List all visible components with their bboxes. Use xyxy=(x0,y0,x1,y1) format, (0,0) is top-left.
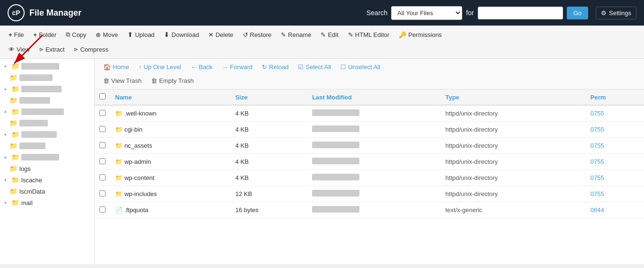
sidebar-item-label xyxy=(19,120,48,126)
list-item[interactable]: + 📁 xyxy=(0,61,94,72)
toolbar: + File + Folder ⧉ Copy ⊕ Move ⬆ Upload ⬇… xyxy=(0,26,644,59)
table-row[interactable]: 📁 .well-known4 KB httpd/unix-directory07… xyxy=(95,105,644,122)
file-name-cell[interactable]: 📁 nc_assets xyxy=(110,138,231,154)
expand-icon[interactable]: + xyxy=(4,109,9,115)
empty-checkbox-icon: ☐ xyxy=(340,63,346,71)
expand-icon[interactable]: + xyxy=(4,200,9,205)
search-dropdown[interactable]: All Your Files File Name File Content xyxy=(391,6,462,20)
size-column-header[interactable]: Size xyxy=(231,89,307,105)
file-size-cell: 4 KB xyxy=(231,170,307,186)
file-name-cell[interactable]: 📁 wp-includes xyxy=(110,186,231,202)
upload-button[interactable]: ⬆ Upload xyxy=(124,28,158,41)
empty-trash-button[interactable]: 🗑 Empty Trash xyxy=(147,75,197,86)
select-all-button[interactable]: ☑ Select All xyxy=(294,62,334,72)
folder-icon: 📁 xyxy=(9,142,18,150)
sidebar-item-logs[interactable]: 📁 logs xyxy=(0,163,94,174)
folder-icon: 📁 xyxy=(11,131,19,138)
file-perm-cell: 0755 xyxy=(586,138,644,154)
list-item[interactable]: 📁 xyxy=(0,140,94,152)
table-row[interactable]: 📁 wp-content4 KB httpd/unix-directory075… xyxy=(95,170,644,186)
file-name-cell[interactable]: 📁 .well-known xyxy=(110,105,231,122)
list-item[interactable]: + 📁 xyxy=(0,129,94,140)
sidebar-item-lscache[interactable]: + 📁 lscache xyxy=(0,174,94,186)
reload-button[interactable]: ↻ Reload xyxy=(258,62,292,72)
home-button[interactable]: 🏠 Home xyxy=(99,62,133,72)
row-checkbox[interactable] xyxy=(99,206,106,213)
expand-icon[interactable]: + xyxy=(4,63,9,69)
folder-icon: 📁 xyxy=(11,108,19,116)
last-modified-cell xyxy=(307,138,440,154)
compress-button[interactable]: ⊳ Compress xyxy=(70,44,112,55)
sidebar-item-lscmdata[interactable]: 📁 lscmData xyxy=(0,186,94,197)
file-perm-cell: 0755 xyxy=(586,154,644,170)
folder-icon: 📁 xyxy=(11,199,19,206)
list-item[interactable]: + 📁 xyxy=(0,152,94,163)
folder-icon: 📁 xyxy=(115,174,125,181)
name-column-header[interactable]: Name xyxy=(110,89,231,105)
row-checkbox[interactable] xyxy=(99,158,106,164)
view-button[interactable]: 👁 View xyxy=(5,44,34,55)
settings-button[interactable]: ⚙ Settings xyxy=(596,7,636,19)
permissions-button[interactable]: 🔑 Permissions xyxy=(395,29,446,41)
move-button[interactable]: ⊕ Move xyxy=(92,29,122,41)
extract-button[interactable]: ⊳ Extract xyxy=(36,44,68,55)
up-one-level-button[interactable]: ↑ Up One Level xyxy=(135,62,185,72)
delete-button[interactable]: ✕ Delete xyxy=(205,29,237,41)
rename-button[interactable]: ✎ Rename xyxy=(277,29,315,41)
expand-icon[interactable]: + xyxy=(4,132,9,137)
forward-button[interactable]: → Forward xyxy=(218,62,257,72)
perm-column-header[interactable]: Perm xyxy=(586,89,644,105)
list-item[interactable]: 📁 xyxy=(0,95,94,106)
row-checkbox[interactable] xyxy=(99,174,106,180)
expand-icon[interactable]: + xyxy=(4,177,9,183)
new-file-button[interactable]: + File xyxy=(5,29,28,41)
html-editor-button[interactable]: ✎ HTML Editor xyxy=(344,29,393,41)
table-row[interactable]: 📁 nc_assets4 KB httpd/unix-directory0755 xyxy=(95,138,644,154)
file-type-cell: httpd/unix-directory xyxy=(441,186,586,202)
file-name-cell[interactable]: 📁 cgi-bin xyxy=(110,122,231,138)
table-row[interactable]: 📁 wp-includes12 KB httpd/unix-directory0… xyxy=(95,186,644,202)
sidebar-item-label: lscmData xyxy=(19,188,45,195)
search-input[interactable] xyxy=(478,7,563,19)
table-row[interactable]: 📁 cgi-bin4 KB httpd/unix-directory0755 xyxy=(95,122,644,138)
trash-icon: 🗑 xyxy=(103,77,109,84)
copy-button[interactable]: ⧉ Copy xyxy=(62,28,90,41)
folder-icon: 📁 xyxy=(11,63,19,70)
file-name: .well-known xyxy=(125,110,157,117)
list-item[interactable]: + 📁 xyxy=(0,106,94,117)
download-button[interactable]: ⬇ Download xyxy=(160,28,203,41)
back-button[interactable]: ← Back xyxy=(187,62,216,72)
sidebar-item-mail[interactable]: + 📁 mail xyxy=(0,197,94,208)
header: cP File Manager Search All Your Files Fi… xyxy=(0,0,644,26)
file-name-cell[interactable]: 📁 wp-content xyxy=(110,170,231,186)
sidebar-item-label xyxy=(19,74,53,81)
folder-icon: 📁 xyxy=(9,165,18,172)
row-checkbox[interactable] xyxy=(99,110,106,116)
expand-icon[interactable]: + xyxy=(4,86,9,92)
row-checkbox[interactable] xyxy=(99,126,106,132)
new-folder-button[interactable]: + Folder xyxy=(30,29,60,41)
last-modified-column-header[interactable]: Last Modified xyxy=(307,89,440,105)
edit-button[interactable]: ✎ Edit xyxy=(317,29,342,41)
file-size-cell: 4 KB xyxy=(231,105,307,122)
file-name-cell[interactable]: 📄 .ftpquota xyxy=(110,202,231,218)
table-row[interactable]: 📁 wp-admin4 KB httpd/unix-directory0755 xyxy=(95,154,644,170)
unselect-all-button[interactable]: ☐ Unselect All xyxy=(337,62,384,72)
row-checkbox[interactable] xyxy=(99,142,106,148)
search-go-button[interactable]: Go xyxy=(567,7,588,19)
file-name-cell[interactable]: 📁 wp-admin xyxy=(110,154,231,170)
sidebar-item-label: logs xyxy=(19,165,31,172)
view-icon: 👁 xyxy=(9,46,15,53)
select-all-checkbox[interactable] xyxy=(99,93,106,99)
list-item[interactable]: 📁 xyxy=(0,72,94,83)
type-column-header[interactable]: Type xyxy=(441,89,586,105)
folder-icon: 📁 xyxy=(9,74,18,81)
compress-icon: ⊳ xyxy=(74,46,78,53)
table-row[interactable]: 📄 .ftpquota16 bytes text/x-generic0644 xyxy=(95,202,644,218)
list-item[interactable]: 📁 xyxy=(0,117,94,129)
view-trash-button[interactable]: 🗑 View Trash xyxy=(99,75,145,86)
restore-button[interactable]: ↺ Restore xyxy=(239,29,276,41)
row-checkbox[interactable] xyxy=(99,190,106,197)
expand-icon[interactable]: + xyxy=(4,154,9,160)
list-item[interactable]: + 📁 xyxy=(0,83,94,95)
